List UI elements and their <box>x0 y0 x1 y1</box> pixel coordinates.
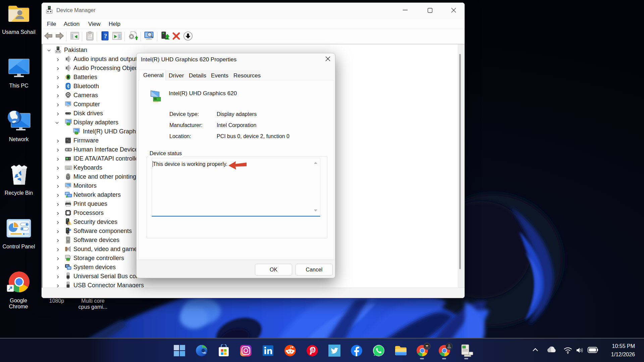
svg-text:?: ? <box>104 33 107 40</box>
